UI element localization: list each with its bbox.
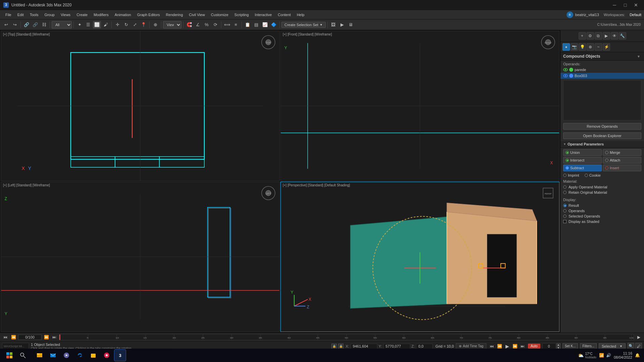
menu-tools[interactable]: Tools (27, 12, 41, 18)
play-animation-button[interactable]: ▶ (635, 334, 642, 341)
timeline-bar[interactable]: 5 10 15 20 25 30 35 40 45 50 5 (59, 334, 634, 340)
menu-edit[interactable]: Edit (15, 12, 26, 18)
viewport-top-nav[interactable]: TOP (260, 34, 277, 51)
menu-civil-view[interactable]: Civil View (186, 12, 207, 18)
insert-button[interactable]: Insert (603, 165, 641, 171)
create-tab[interactable]: + (579, 32, 586, 40)
windows-start-button[interactable] (4, 350, 15, 361)
motion-tab[interactable]: ▶ (603, 32, 610, 40)
menu-modifiers[interactable]: Modifiers (91, 12, 111, 18)
menu-scripting[interactable]: Scripting (232, 12, 252, 18)
menu-content[interactable]: Content (275, 12, 293, 18)
operand-item-box003[interactable]: Box003 (560, 73, 644, 79)
helper-btn[interactable]: ⊕ (587, 43, 594, 51)
taskbar-app-3dsmax[interactable]: 3 (114, 349, 126, 361)
menu-file[interactable]: File (3, 12, 14, 18)
filters-button[interactable]: Filters... (580, 343, 597, 349)
selected-mode-dropdown[interactable]: Selected ▼ (599, 343, 626, 349)
z-value[interactable]: 0,0 (416, 344, 433, 349)
set-key-button[interactable]: Set K... (562, 343, 578, 349)
add-time-tag-button[interactable]: ⊕ Add Time Tag (456, 343, 486, 349)
utilities-tab[interactable]: 🔧 (619, 32, 626, 40)
snap-toggle[interactable]: 🧲 (185, 21, 193, 28)
paint-select-button[interactable]: 🖌 (102, 21, 110, 28)
viewport-left[interactable]: [+] [Left] [Standard] [Wireframe] LEFT (1, 182, 280, 332)
rect-select-button[interactable]: ⬜ (93, 21, 101, 28)
next-keyframe-button[interactable]: ⏩ (43, 334, 50, 341)
tray-clock[interactable]: 11:16 08/04/2022 (614, 351, 632, 359)
maximize-button[interactable]: □ (621, 2, 630, 8)
bind-button[interactable]: ⛓ (40, 21, 48, 28)
attach-button[interactable]: Attach (603, 157, 641, 164)
ribbon-toggle[interactable]: ▤ (252, 21, 260, 28)
operands-display-row[interactable]: Operands (563, 208, 641, 214)
menu-animation[interactable]: Animation (112, 12, 134, 18)
minimize-button[interactable]: ─ (610, 2, 619, 8)
viewport-left-nav[interactable]: LEFT (260, 185, 277, 201)
display-tab[interactable]: 👁 (611, 32, 618, 40)
tray-volume-icon[interactable]: 🔊 (606, 353, 611, 358)
apply-operand-material-row[interactable]: Apply Operand Material (563, 184, 641, 190)
selection-set-btn[interactable]: Create Selection Set ▼ (281, 22, 326, 28)
camera-btn[interactable]: 📷 (571, 43, 578, 51)
mirror-button[interactable]: ⟺ (223, 21, 231, 28)
systems-btn[interactable]: ⚡ (603, 43, 610, 51)
sphere-icon-btn[interactable]: ● (562, 43, 570, 51)
menu-graph-editors[interactable]: Graph Editors (135, 12, 163, 18)
lock-transform-button[interactable]: 🔒 (338, 344, 343, 349)
viewport-top[interactable]: [+] [Top] [Standard] [Wireframe] TOP (1, 31, 280, 181)
menu-rendering[interactable]: Rendering (163, 12, 186, 18)
workspaces-value[interactable]: Default (630, 13, 641, 17)
merge-button[interactable]: Merge (603, 149, 641, 156)
modify-tab[interactable]: ⚙ (587, 32, 594, 40)
display-shaded-row[interactable]: Display as Shaded (563, 219, 641, 224)
intersect-button[interactable]: Intersect (563, 157, 602, 164)
taskbar-app-mail[interactable] (47, 349, 59, 361)
unlink-button[interactable]: 🔗 (31, 21, 39, 28)
menu-interactive[interactable]: Interactive (252, 12, 275, 18)
viewport-perspective-nav[interactable]: PERSP (540, 185, 556, 201)
imprint-option[interactable]: Imprint (563, 173, 579, 177)
tray-network-icon[interactable]: 📶 (599, 353, 604, 358)
layer-manager[interactable]: 📋 (244, 21, 252, 28)
percent-snap[interactable]: % (203, 21, 211, 28)
viewport-perspective[interactable]: [+] [Perspective] [Standard] [Default Sh… (280, 182, 559, 332)
remove-operands-button[interactable]: Remove Operands (563, 123, 641, 130)
angle-snap[interactable]: ∠ (194, 21, 202, 28)
menu-help[interactable]: Help (294, 12, 307, 18)
light-btn[interactable]: 💡 (579, 43, 586, 51)
menu-create[interactable]: Create (74, 12, 90, 18)
subtract-button[interactable]: Subtract (563, 165, 602, 171)
select-button[interactable]: ✦ (75, 21, 84, 28)
x-value[interactable]: 9461,604 (351, 344, 377, 349)
operand-parameters-section[interactable]: ▼ Operand Parameters (560, 140, 644, 148)
curve-editor[interactable]: 📈 (261, 21, 269, 28)
link-button[interactable]: 🔗 (22, 21, 31, 28)
selected-operands-display-row[interactable]: Selected Operands (563, 214, 641, 219)
filter-dropdown[interactable]: All (52, 21, 72, 28)
weather-widget[interactable]: ⛅ 17°C Nublado (578, 352, 596, 359)
align-button[interactable]: ≡ (232, 21, 240, 28)
taskbar-app-video[interactable] (60, 349, 72, 361)
viewport-front-nav[interactable]: FRONT (540, 34, 556, 51)
prev-frame-start-button[interactable]: ⏮ (2, 334, 9, 341)
scale-button[interactable]: ⤢ (131, 21, 139, 28)
select-by-name-button[interactable]: ☰ (84, 21, 92, 28)
retain-original-material-row[interactable]: Retain Original Material (563, 190, 641, 195)
undo-button[interactable]: ↩ (2, 21, 10, 28)
frame-up-btn[interactable]: ▲ (556, 343, 560, 346)
taskbar-app-files[interactable] (87, 349, 99, 361)
menu-views[interactable]: Views (58, 12, 73, 18)
taskbar-app-explorer[interactable] (34, 349, 46, 361)
taskbar-search-button[interactable] (17, 350, 28, 361)
view-dropdown[interactable]: View (163, 21, 181, 28)
frame-number-input[interactable]: 0 (542, 343, 556, 349)
schematic-view[interactable]: 🔷 (270, 21, 278, 28)
close-button[interactable]: ✕ (631, 2, 641, 8)
quick-render[interactable]: ▶ (338, 21, 346, 28)
select-move-button[interactable]: ✛ (113, 21, 121, 28)
open-boolean-explorer-button[interactable]: Open Boolean Explorer (563, 132, 641, 139)
next-frame-end-button[interactable]: ⏭ (51, 334, 58, 341)
spacewarp-btn[interactable]: ~ (595, 43, 602, 51)
hierarchy-tab[interactable]: ⧉ (595, 32, 602, 40)
